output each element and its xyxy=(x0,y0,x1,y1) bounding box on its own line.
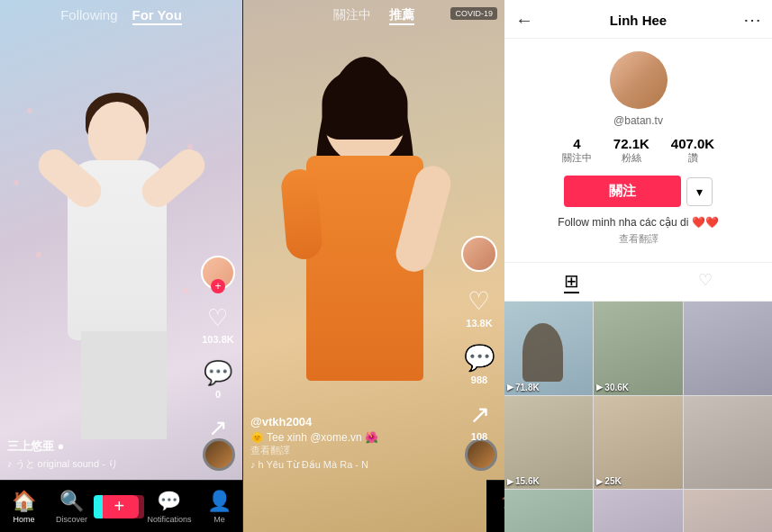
profile-handle: @batan.tv xyxy=(613,114,663,127)
feed-panel: Following For You ♡ 103.8K xyxy=(0,0,504,532)
follow-row: 關注 ▾ xyxy=(564,176,713,207)
grid-thumbnail-6 xyxy=(684,396,772,490)
followers-stat: 72.1K 粉絲 xyxy=(613,136,649,165)
head xyxy=(88,102,147,169)
nav-home-right[interactable]: 🏠 首頁 xyxy=(493,488,504,525)
following-count: 4 xyxy=(573,136,580,151)
follow-tab[interactable]: 關注中 xyxy=(333,7,371,25)
followers-count: 72.1K xyxy=(613,136,649,151)
profile-stats: 4 關注中 72.1K 粉絲 407.0K 讚 xyxy=(562,136,714,165)
count-1: 71.8K xyxy=(515,383,540,392)
figure xyxy=(522,323,563,382)
creator-2-avatar[interactable] xyxy=(461,236,497,272)
video-2-navigation: 關注中 推薦 xyxy=(243,7,504,25)
profile-tabs: ⊞ ♡ xyxy=(504,262,772,302)
share-count-2: 108 xyxy=(471,431,487,442)
grid-person-1 xyxy=(504,302,593,395)
video-2-description: 🌞 Tee xinh @xome.vn 🌺 xyxy=(250,431,455,444)
grid-thumbnail-4 xyxy=(504,396,593,490)
comment-action[interactable]: 💬 0 xyxy=(204,359,232,400)
grid-item-7[interactable]: ▶ 2.77K xyxy=(504,490,593,532)
music-disc xyxy=(203,438,235,471)
play-icon-5: ▶ xyxy=(596,477,603,486)
like-action[interactable]: ♡ 103.8K xyxy=(202,304,233,345)
likes-count: 407.0K xyxy=(671,136,714,151)
profile-icon: 👤 xyxy=(207,490,232,513)
bio-translate[interactable]: 查看翻譯 xyxy=(619,232,658,246)
play-count-4: ▶ 15.6K xyxy=(507,476,540,486)
nav-discover-label: Discover xyxy=(56,515,87,524)
play-count-2: ▶ 30.6K xyxy=(596,383,629,392)
profile-bio: Follow minh nha các cậu di ❤️❤️ xyxy=(543,216,732,229)
video-person xyxy=(27,93,207,480)
creator-2-username: @vtkh2004 xyxy=(250,415,455,428)
grid-item-1[interactable]: ▶ 71.8K xyxy=(504,302,593,395)
following-tab[interactable]: Following xyxy=(60,7,117,25)
notification-icon: 💬 xyxy=(157,490,181,513)
nav-me-label: Me xyxy=(213,515,225,524)
heart-icon: ♡ xyxy=(207,304,228,332)
comment-icon: 💬 xyxy=(204,359,232,387)
music-disc-2 xyxy=(465,438,497,471)
nav-notifications[interactable]: 💬 Notifications xyxy=(147,490,191,524)
sound-info-2: ♪ h Yêu Từ Đầu Mà Ra - N xyxy=(250,459,455,471)
share-action[interactable]: ↗ xyxy=(208,414,228,442)
nav-home[interactable]: 🏠 Home xyxy=(4,490,43,524)
grid-thumbnail-7 xyxy=(504,490,593,532)
creator-username: 三上悠亜 ● xyxy=(7,438,197,455)
profile-name: Linh Hee xyxy=(610,13,667,28)
like-count-2: 13.8K xyxy=(466,318,492,329)
play-count-1: ▶ 71.8K xyxy=(507,383,540,392)
nav-home-label: Home xyxy=(13,515,34,524)
search-icon: 🔍 xyxy=(59,490,84,513)
creator-avatar[interactable] xyxy=(201,256,235,290)
recommend-tab[interactable]: 推薦 xyxy=(389,7,414,25)
home-icon: 🏠 xyxy=(12,490,36,513)
share-action-2[interactable]: ↗ 108 xyxy=(469,400,490,442)
liked-tab[interactable]: ♡ xyxy=(698,270,713,293)
play-count-5: ▶ 25K xyxy=(596,476,621,486)
nav-me[interactable]: 👤 Me xyxy=(199,490,239,524)
videos-tab[interactable]: ⊞ xyxy=(564,270,579,293)
back-button[interactable]: ← xyxy=(515,10,533,31)
right-arm xyxy=(136,143,212,213)
play-icon-4: ▶ xyxy=(507,477,513,486)
video-2: 關注中 推薦 COVID-19 ♡ 13.8K xyxy=(243,0,504,532)
share-icon-2: ↗ xyxy=(469,400,490,429)
more-options-button[interactable]: ⋯ xyxy=(743,9,761,31)
follow-button[interactable]: 關注 xyxy=(564,176,681,207)
dropdown-button[interactable]: ▾ xyxy=(686,177,713,206)
video-grid: ▶ 71.8K ▶ 30.6K ▶ 15.6K xyxy=(504,302,772,532)
following-stat: 4 關注中 xyxy=(562,136,592,165)
avatar-image xyxy=(610,51,668,109)
grid-item-2[interactable]: ▶ 30.6K xyxy=(594,302,682,395)
add-button[interactable]: + xyxy=(99,495,139,518)
for-you-tab[interactable]: For You xyxy=(132,7,182,25)
comment-action-2[interactable]: 💬 988 xyxy=(464,343,495,385)
video-2-info: @vtkh2004 🌞 Tee xinh @xome.vn 🌺 查看翻譯 ♪ h… xyxy=(250,415,455,471)
like-action-2[interactable]: ♡ 13.8K xyxy=(466,286,492,329)
video-2-actions: ♡ 13.8K 💬 988 ↗ 108 xyxy=(461,236,497,442)
grid-thumbnail-3 xyxy=(684,302,772,395)
share-icon: ↗ xyxy=(208,414,228,442)
grid-item-3[interactable] xyxy=(684,302,772,395)
grid-thumbnail-5 xyxy=(594,396,682,490)
translate-link[interactable]: 查看翻譯 xyxy=(250,444,455,457)
video-1: Following For You ♡ 103.8K xyxy=(0,0,243,532)
profile-avatar xyxy=(610,51,668,109)
particle xyxy=(14,180,19,185)
sound-info: ♪ うと original sound - り xyxy=(7,457,197,471)
grid-thumbnail-2 xyxy=(594,302,682,395)
grid-item-6[interactable] xyxy=(684,396,772,490)
grid-item-4[interactable]: ▶ 15.6K xyxy=(504,396,593,490)
profile-header: ← Linh Hee ⋯ xyxy=(504,0,772,39)
nav-discover[interactable]: 🔍 Discover xyxy=(51,490,91,524)
home-icon-right: 🏠 xyxy=(501,488,505,511)
nav-add[interactable]: + xyxy=(99,495,139,518)
grid-item-9[interactable]: ▶ 1.9M xyxy=(684,490,772,532)
grid-item-5[interactable]: ▶ 25K xyxy=(594,396,682,490)
heart-icon-2: ♡ xyxy=(468,286,490,316)
bottom-nav-right: 🏠 首頁 👥 朋友 + 💬 通知 👤 我 xyxy=(486,480,504,532)
likes-label: 讚 xyxy=(688,151,698,165)
grid-item-8[interactable]: ▶ 6.9K xyxy=(594,490,682,532)
